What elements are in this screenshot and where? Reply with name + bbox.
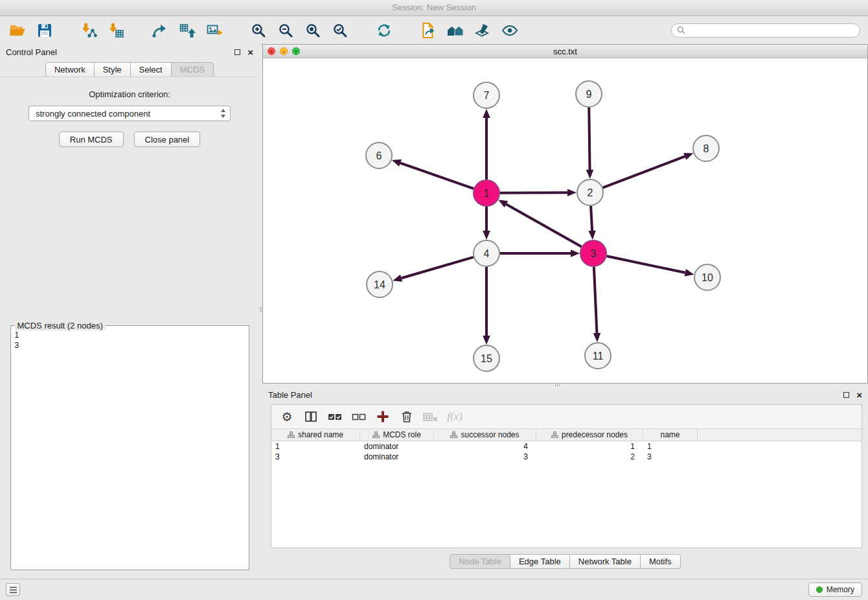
- close-panel-icon[interactable]: ×: [247, 49, 253, 55]
- search-input[interactable]: [689, 26, 854, 35]
- optimization-criterion-label: Optimization criterion:: [89, 89, 170, 99]
- zoom-in-button[interactable]: [249, 21, 268, 40]
- vertical-splitter-handle[interactable]: [259, 302, 262, 316]
- graph-node-15[interactable]: 15: [474, 345, 499, 371]
- tab-network-table[interactable]: Network Table: [569, 554, 641, 569]
- graph-node-14[interactable]: 14: [367, 271, 393, 297]
- import-network-file-button[interactable]: [79, 21, 98, 40]
- main-area: Control Panel × Network Style Select MCD…: [0, 44, 868, 579]
- column-header-filler: [698, 429, 862, 441]
- export-table-button[interactable]: [177, 21, 197, 40]
- close-panel-button[interactable]: Close panel: [134, 132, 201, 147]
- graph-arrowhead: [393, 275, 402, 282]
- graph-node-2[interactable]: 2: [577, 179, 603, 205]
- table-row[interactable]: 1dominator411: [271, 441, 862, 452]
- export-network-button[interactable]: [150, 21, 170, 40]
- delete-table-button[interactable]: [422, 408, 440, 425]
- misc-group: [418, 21, 527, 40]
- horizontal-splitter[interactable]: [262, 384, 868, 387]
- graph-edge-2-3[interactable]: [591, 206, 592, 231]
- network-graph[interactable]: 7968124314101511: [263, 58, 867, 383]
- graph-edge-3-11[interactable]: [594, 267, 597, 333]
- table-settings-button[interactable]: ⚙: [278, 408, 296, 425]
- graph-edge-2-8[interactable]: [603, 156, 685, 187]
- column-header-predecessor-nodes[interactable]: predecessor nodes: [536, 429, 643, 441]
- zoom-fit-button[interactable]: [303, 21, 323, 40]
- column-header-successor-nodes[interactable]: successor nodes: [434, 429, 536, 441]
- zoom-selected-button[interactable]: [330, 21, 350, 40]
- memory-button[interactable]: Memory: [808, 583, 862, 597]
- column-header-mcds-role[interactable]: MCDS role: [360, 429, 434, 441]
- zoom-out-button[interactable]: [276, 21, 295, 40]
- graph-node-7[interactable]: 7: [474, 82, 499, 108]
- graph-edge-1-2[interactable]: [500, 192, 567, 193]
- session-group: [8, 21, 62, 40]
- control-panel-tabs: Network Style Select MCDS: [0, 62, 259, 77]
- tab-style[interactable]: Style: [94, 62, 131, 77]
- table-close-icon[interactable]: ×: [856, 392, 862, 398]
- tab-node-table[interactable]: Node Table: [450, 554, 510, 569]
- svg-text:15: 15: [481, 353, 492, 364]
- eye-icon: [501, 22, 519, 39]
- deselect-all-button[interactable]: [350, 408, 368, 425]
- tab-mcds[interactable]: MCDS: [171, 62, 214, 77]
- graph-edge-4-14[interactable]: [402, 257, 474, 278]
- graph-node-8[interactable]: 8: [693, 135, 719, 161]
- vertical-splitter[interactable]: [259, 44, 262, 579]
- graph-edge-1-6[interactable]: [400, 163, 474, 189]
- graph-node-3[interactable]: 3: [580, 240, 606, 266]
- run-mcds-button[interactable]: Run MCDS: [59, 132, 124, 147]
- graph-node-11[interactable]: 11: [585, 343, 611, 369]
- search-box[interactable]: [671, 23, 860, 38]
- column-type-icon: [372, 432, 380, 438]
- tab-network[interactable]: Network: [45, 62, 95, 77]
- tab-edge-table[interactable]: Edge Table: [510, 554, 570, 569]
- criterion-selected-value: strongly connected component: [36, 109, 220, 119]
- tab-select[interactable]: Select: [130, 62, 172, 77]
- horizontal-splitter-handle[interactable]: [555, 384, 560, 386]
- network-canvas[interactable]: 7968124314101511: [263, 58, 867, 383]
- column-header-shared-name[interactable]: shared name: [271, 429, 360, 441]
- show-panels-button[interactable]: [6, 583, 20, 596]
- control-panel-title: Control Panel: [6, 47, 57, 57]
- svg-text:2: 2: [588, 187, 593, 198]
- graph-node-10[interactable]: 10: [694, 264, 720, 290]
- first-neighbors-button[interactable]: [446, 21, 465, 40]
- network-window-title: scc.txt: [263, 47, 867, 56]
- apply-layout-button[interactable]: [374, 21, 394, 40]
- table-row[interactable]: 3dominator323: [271, 452, 862, 462]
- import-database-button[interactable]: [418, 21, 438, 40]
- graph-edge-9-2[interactable]: [589, 108, 589, 170]
- graph-node-6[interactable]: 6: [366, 143, 392, 168]
- save-session-button[interactable]: [35, 21, 54, 40]
- graph-arrowhead: [392, 159, 402, 167]
- add-column-button[interactable]: [374, 408, 392, 425]
- node-table-body: 1dominator4113dominator323: [271, 441, 862, 548]
- select-all-button[interactable]: [326, 408, 344, 425]
- function-builder-button[interactable]: f(x): [446, 408, 464, 425]
- graph-edge-3-1[interactable]: [506, 204, 581, 247]
- unchecked-boxes-icon: [351, 410, 367, 424]
- column-visibility-button[interactable]: [302, 408, 320, 425]
- table-float-icon[interactable]: [843, 392, 849, 398]
- main-toolbar: [0, 16, 868, 44]
- table-toolbar: ⚙: [271, 405, 862, 429]
- column-header-name[interactable]: name: [643, 429, 698, 441]
- open-session-button[interactable]: [8, 21, 27, 40]
- fx-icon: f(x): [447, 410, 463, 423]
- float-panel-icon[interactable]: [234, 49, 240, 55]
- export-image-button[interactable]: [205, 21, 224, 40]
- import-table-file-button[interactable]: [106, 21, 126, 40]
- table-cell: 1: [536, 441, 643, 452]
- graph-node-9[interactable]: 9: [576, 81, 602, 107]
- graph-node-1[interactable]: 1: [474, 180, 499, 206]
- apply-style-button[interactable]: [473, 21, 492, 40]
- graph-edge-3-10[interactable]: [607, 256, 685, 272]
- memory-status-dot: [816, 586, 823, 593]
- list-icon: [9, 586, 17, 594]
- tab-motifs[interactable]: Motifs: [640, 554, 681, 569]
- show-details-button[interactable]: [500, 21, 520, 40]
- graph-node-4[interactable]: 4: [474, 240, 499, 266]
- delete-column-button[interactable]: [398, 408, 416, 425]
- criterion-select[interactable]: strongly connected component: [29, 106, 231, 121]
